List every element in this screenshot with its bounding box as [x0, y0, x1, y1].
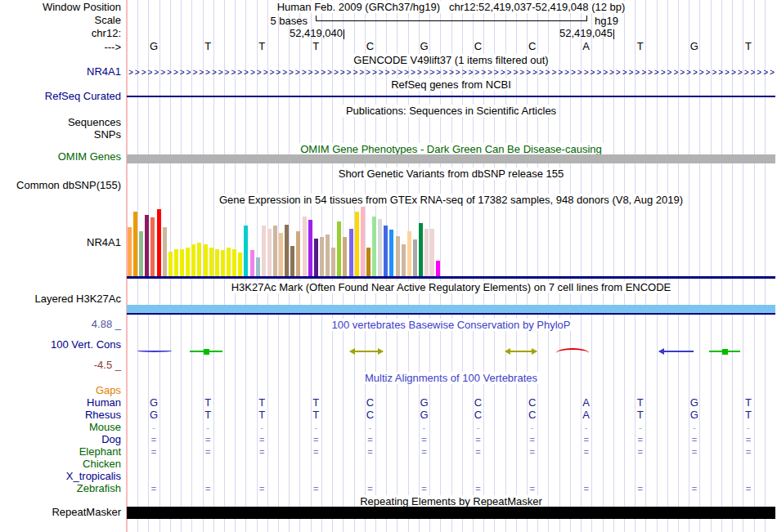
gtex-tissue-bar[interactable] — [413, 239, 417, 276]
multiz-row-elephant[interactable]: ============ — [127, 446, 775, 458]
omim-gene-bar[interactable] — [127, 154, 775, 163]
gtex-tissue-bar[interactable] — [355, 212, 359, 276]
gtex-gene-label[interactable]: NR4A1 — [0, 237, 121, 248]
layered-h3k27ac-label[interactable]: Layered H3K27Ac — [0, 293, 121, 304]
gtex-tissue-bar[interactable] — [430, 229, 434, 276]
gtex-tissue-bar[interactable] — [290, 246, 294, 276]
conservation-track-label[interactable]: 100 Vert. Cons — [0, 339, 121, 350]
gtex-tissue-bar[interactable] — [256, 257, 260, 276]
gtex-tissue-bar[interactable] — [180, 249, 184, 276]
gtex-tissue-bar[interactable] — [191, 244, 195, 276]
gtex-tissue-bar[interactable] — [343, 237, 347, 276]
dbsnp-track-title: Short Genetic Variants from dbSNP releas… — [127, 168, 775, 179]
track-display-area[interactable]: Human Feb. 2009 (GRCh37/hg19) chr12:52,4… — [127, 0, 775, 532]
gtex-tissue-bar[interactable] — [389, 230, 393, 276]
gtex-tissue-bar[interactable] — [221, 250, 225, 276]
alignment-cell: = — [181, 434, 235, 445]
gtex-tissue-bar[interactable] — [232, 249, 236, 276]
gtex-expression-bar-chart[interactable] — [128, 204, 775, 276]
gtex-tissue-bar[interactable] — [402, 244, 406, 276]
gtex-tissue-bar[interactable] — [238, 253, 242, 276]
gtex-tissue-bar[interactable] — [378, 219, 382, 276]
gtex-tissue-bar[interactable] — [204, 244, 208, 276]
gtex-tissue-bar[interactable] — [314, 239, 318, 276]
conservation-mark-line-square[interactable] — [709, 348, 740, 355]
alignment-cell: T — [613, 409, 667, 421]
gtex-tissue-bar[interactable] — [396, 236, 400, 276]
gtex-tissue-bar[interactable] — [326, 235, 330, 276]
conservation-mark-double-arrow[interactable] — [505, 348, 537, 355]
gtex-tissue-bar[interactable] — [285, 225, 289, 276]
multiz-species-label-elephant[interactable]: Elephant — [0, 446, 121, 457]
gtex-tissue-bar[interactable] — [150, 217, 155, 276]
gtex-tissue-bar[interactable] — [308, 220, 312, 276]
repeatmasker-element-bar[interactable] — [127, 507, 775, 519]
multiz-species-label-x_tropicalis[interactable]: X_tropicalis — [0, 471, 121, 481]
gtex-tissue-bar[interactable] — [174, 249, 178, 276]
gtex-tissue-bar[interactable] — [361, 207, 365, 276]
conservation-mark-double-arrow[interactable] — [350, 348, 383, 355]
gtex-tissue-bar[interactable] — [133, 212, 137, 276]
gtex-tissue-bar[interactable] — [215, 249, 219, 276]
gtex-tissue-bar[interactable] — [168, 252, 173, 276]
gtex-tissue-bar[interactable] — [209, 248, 213, 276]
multiz-row-zebrafish[interactable]: ============ — [127, 483, 775, 494]
omim-genes-label[interactable]: OMIM Genes — [0, 151, 121, 162]
gtex-tissue-bar[interactable] — [366, 248, 371, 276]
alignment-cell: T — [721, 397, 775, 409]
gtex-tissue-bar[interactable] — [320, 237, 324, 276]
gtex-tissue-bar[interactable] — [337, 221, 341, 276]
gtex-tissue-bar[interactable] — [197, 243, 201, 276]
repeatmasker-label[interactable]: RepeatMasker — [0, 507, 121, 517]
multiz-row-chicken[interactable] — [127, 458, 775, 470]
multiz-row-rhesus[interactable]: GTTTCGCCATGT — [127, 409, 775, 421]
alignment-cell: - — [559, 422, 613, 433]
multiz-row-mouse[interactable]: ------------ — [127, 422, 775, 433]
gtex-tissue-bar[interactable] — [128, 227, 132, 276]
gtex-tissue-bar[interactable] — [384, 226, 388, 276]
gtex-tissue-bar[interactable] — [407, 231, 411, 276]
gtex-tissue-bar[interactable] — [424, 229, 429, 276]
gtex-tissue-bar[interactable] — [303, 217, 307, 276]
multiz-row-human[interactable]: GTTTCGCCATGT — [127, 397, 775, 409]
multiz-row-gaps[interactable] — [127, 385, 775, 396]
gtex-tissue-bar[interactable] — [145, 215, 149, 276]
alignment-cell: = — [127, 434, 181, 445]
multiz-row-x_tropicalis[interactable] — [127, 471, 775, 482]
gtex-tissue-bar[interactable] — [157, 209, 161, 276]
conservation-mark-hump[interactable] — [556, 348, 589, 355]
multiz-species-label-chicken[interactable]: Chicken — [0, 458, 121, 469]
multiz-species-label-mouse[interactable]: Mouse — [0, 422, 121, 432]
multiz-species-label-dog[interactable]: Dog — [0, 434, 121, 445]
gencode-gene-label[interactable]: NR4A1 — [0, 66, 121, 77]
gtex-tissue-bar[interactable] — [349, 229, 353, 276]
gtex-tissue-bar[interactable] — [244, 226, 248, 276]
gtex-tissue-bar[interactable] — [267, 229, 272, 276]
h3k27ac-signal-bar[interactable] — [127, 305, 775, 313]
gtex-tissue-bar[interactable] — [163, 227, 167, 276]
multiz-row-dog[interactable]: ============ — [127, 434, 775, 445]
gencode-gene-body[interactable]: >>>>>>>>>>>>>>>>>>>>>>>>>>>>>>>>>>>>>>>>… — [128, 68, 775, 77]
gtex-tissue-bar[interactable] — [331, 248, 335, 276]
gtex-tissue-bar[interactable] — [372, 217, 376, 276]
gtex-tissue-bar[interactable] — [227, 248, 231, 276]
multiz-species-label-human[interactable]: Human — [0, 397, 121, 408]
gtex-tissue-bar[interactable] — [436, 261, 440, 276]
gtex-tissue-bar[interactable] — [262, 226, 266, 276]
conservation-mark-left-arrow[interactable] — [659, 348, 694, 355]
refseq-gene-line[interactable] — [127, 96, 775, 97]
multiz-species-label-zebrafish[interactable]: Zebrafish — [0, 483, 121, 494]
multiz-species-label-gaps[interactable]: Gaps — [0, 385, 121, 396]
gtex-tissue-bar[interactable] — [279, 233, 283, 276]
gtex-tissue-bar[interactable] — [296, 231, 300, 276]
multiz-species-label-rhesus[interactable]: Rhesus — [0, 409, 121, 420]
conservation-mark-line-square[interactable] — [190, 348, 222, 355]
window-position-label: Window Position — [0, 2, 121, 12]
gtex-tissue-bar[interactable] — [139, 231, 143, 276]
gtex-tissue-bar[interactable] — [250, 250, 254, 276]
conservation-mark-wave[interactable] — [137, 348, 172, 355]
gtex-tissue-bar[interactable] — [273, 226, 277, 276]
refseq-curated-label[interactable]: RefSeq Curated — [0, 91, 121, 101]
gtex-tissue-bar[interactable] — [186, 248, 190, 276]
gtex-tissue-bar[interactable] — [419, 223, 423, 276]
